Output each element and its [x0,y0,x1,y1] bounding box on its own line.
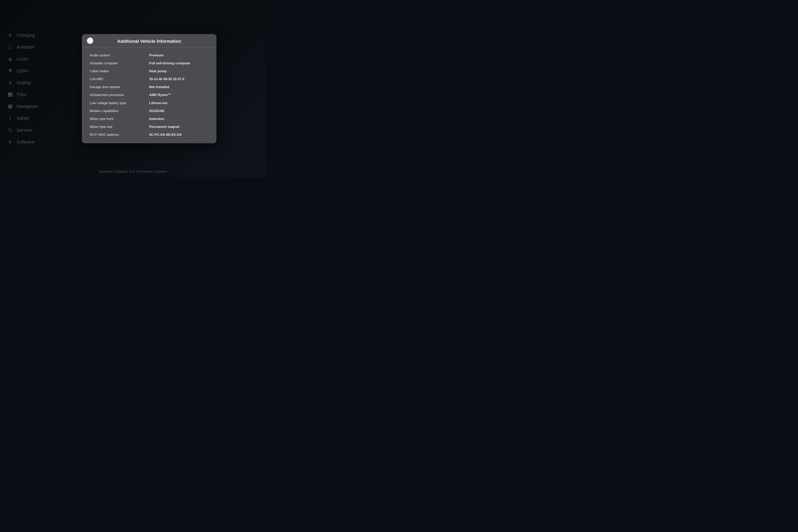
info-label: Infotainment processor [90,93,149,97]
modal-header: × Additional Vehicle Information [82,34,216,48]
info-value: 2G/3G/4G [149,109,209,113]
info-value: Not installed [149,85,209,89]
modal-body: Audio systemAutopilot computerCabin heat… [82,48,216,143]
close-button[interactable]: × [87,37,94,44]
status-bar: Autopilot Computer: Full self-driving co… [0,170,266,173]
info-label: Cell IMEI [90,77,149,81]
info-label: Garage door opener [90,85,149,89]
info-value: Induction [149,117,209,121]
info-label: Motor type rear [90,125,149,129]
info-value: Premium [149,53,209,58]
vehicle-info-modal: × Additional Vehicle Information Audio s… [82,34,216,143]
info-value: 4C:FC:AA:8D:E5:AA [149,133,209,137]
info-value: Full self-driving computer [149,61,209,65]
info-value: Permanent magnet [149,125,209,129]
labels-column: Audio systemAutopilot computerCabin heat… [90,53,149,137]
info-value: AMD Ryzen™ [149,93,209,97]
info-value: 35-13 40 49-38 35 07-3 [149,77,209,81]
modal-title: Additional Vehicle Information [117,39,181,44]
info-label: Low voltage battery type [90,101,149,105]
info-value: Lithium-ion [149,101,209,105]
info-label: Autopilot computer [90,61,149,65]
info-value: Heat pump [149,69,209,73]
info-label: Audio system [90,53,149,58]
info-label: Cabin heater [90,69,149,73]
info-label: Modem capabilities [90,109,149,113]
info-label: Motor type front [90,117,149,121]
values-column: PremiumFull self-driving computerHeat pu… [149,53,209,137]
info-label: Wi-Fi MAC address [90,133,149,137]
